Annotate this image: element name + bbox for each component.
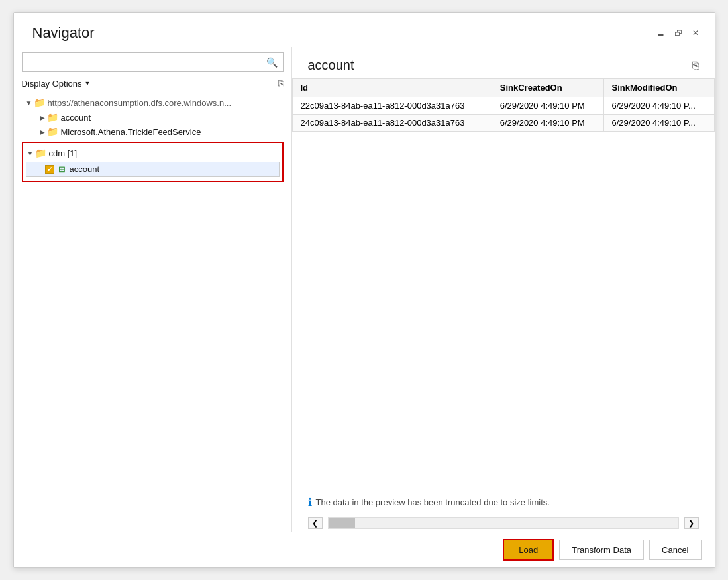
data-table-wrapper: Id SinkCreatedOn SinkModifiedOn 22c09a13… xyxy=(292,78,715,485)
cdm-folder-icon: 📁 xyxy=(35,148,46,158)
cell-created-2: 6/29/2020 4:49:10 PM xyxy=(492,115,603,132)
scroll-right-button[interactable]: ❯ xyxy=(684,517,699,529)
tricklefeed-node-label: Microsoft.Athena.TrickleFeedService xyxy=(61,127,201,137)
display-options-button[interactable]: Display Options ▼ xyxy=(22,79,91,89)
info-row: ℹ The data in the preview has been trunc… xyxy=(292,491,715,514)
display-options-row: Display Options ▼ ⎘ xyxy=(22,78,284,89)
horizontal-scrollbar: ❮ ❯ xyxy=(292,514,715,532)
cancel-button[interactable]: Cancel xyxy=(649,540,701,560)
cell-modified-1: 6/29/2020 4:49:10 P... xyxy=(603,97,714,115)
navigator-dialog: Navigator 🗕 🗗 ✕ 🔍 Display Options ▼ ⎘ xyxy=(13,12,715,568)
cdm-group: ▼ 📁 cdm [1] ⊞ account xyxy=(22,142,284,182)
account-selected-row[interactable]: ⊞ account xyxy=(26,162,280,177)
display-options-label: Display Options xyxy=(22,79,82,89)
account-node-label: account xyxy=(61,113,91,122)
cdm-toggle-icon: ▼ xyxy=(26,150,35,157)
toggle-expand-icon: ▶ xyxy=(38,114,47,121)
minimize-button[interactable]: 🗕 xyxy=(655,27,667,39)
checkbox-checked-icon[interactable] xyxy=(45,165,54,174)
tricklefeed-node[interactable]: ▶ 📁 Microsoft.Athena.TrickleFeedService xyxy=(22,124,284,139)
right-panel: account ⎘ Id SinkCreatedOn SinkModifiedO… xyxy=(292,47,715,532)
folder-icon2: 📁 xyxy=(47,126,58,137)
search-box: 🔍 xyxy=(22,52,284,72)
scrollbar-track[interactable] xyxy=(328,517,679,529)
cell-id-1: 22c09a13-84ab-ea11-a812-000d3a31a763 xyxy=(292,97,492,115)
scroll-left-button[interactable]: ❮ xyxy=(308,517,323,529)
toggle-expand-icon2: ▶ xyxy=(38,128,47,136)
search-icon[interactable]: 🔍 xyxy=(261,54,283,70)
cell-modified-2: 6/29/2020 4:49:10 P... xyxy=(603,115,714,132)
cdm-node-label: cdm [1] xyxy=(49,148,78,158)
col-sink-modified: SinkModifiedOn xyxy=(603,79,714,97)
transform-data-button[interactable]: Transform Data xyxy=(559,540,644,560)
folder-icon: 📁 xyxy=(47,112,58,122)
account-node[interactable]: ▶ 📁 account xyxy=(22,110,284,124)
table-row: 24c09a13-84ab-ea11-a812-000d3a31a763 6/2… xyxy=(292,115,714,132)
maximize-button[interactable]: 🗗 xyxy=(672,27,684,39)
left-panel: 🔍 Display Options ▼ ⎘ ▼ 📁 https://athena… xyxy=(14,47,292,532)
chevron-down-icon: ▼ xyxy=(85,80,91,87)
data-table: Id SinkCreatedOn SinkModifiedOn 22c09a13… xyxy=(292,78,715,132)
preview-header: account ⎘ xyxy=(292,47,715,78)
folder-icon: 📁 xyxy=(34,97,45,108)
col-id: Id xyxy=(292,79,492,97)
title-bar: Navigator 🗕 🗗 ✕ xyxy=(14,13,715,47)
preview-title: account xyxy=(308,58,354,73)
window-controls: 🗕 🗗 ✕ xyxy=(655,24,702,39)
cell-created-1: 6/29/2020 4:49:10 PM xyxy=(492,97,603,115)
root-node-label: https://athenaconsumption.dfs.core.windo… xyxy=(48,98,232,108)
table-icon: ⊞ xyxy=(58,164,66,174)
col-sink-created: SinkCreatedOn xyxy=(492,79,603,97)
cdm-node[interactable]: ▼ 📁 cdm [1] xyxy=(23,146,282,160)
load-button[interactable]: Load xyxy=(503,539,554,561)
cell-id-2: 24c09a13-84ab-ea11-a812-000d3a31a763 xyxy=(292,115,492,132)
main-content: 🔍 Display Options ▼ ⎘ ▼ 📁 https://athena… xyxy=(14,47,715,532)
tree-area: ▼ 📁 https://athenaconsumption.dfs.core.w… xyxy=(22,95,284,526)
root-node[interactable]: ▼ 📁 https://athenaconsumption.dfs.core.w… xyxy=(22,95,284,110)
dialog-title: Navigator xyxy=(32,24,95,42)
close-button[interactable]: ✕ xyxy=(690,27,702,39)
search-input[interactable] xyxy=(23,53,261,71)
cdm-account-label: account xyxy=(70,164,100,174)
info-message: The data in the preview has been truncat… xyxy=(316,497,550,507)
bottom-bar: Load Transform Data Cancel xyxy=(14,532,715,567)
toggle-collapse-icon: ▼ xyxy=(25,99,34,107)
scrollbar-thumb[interactable] xyxy=(329,518,355,528)
info-icon: ℹ xyxy=(308,496,312,508)
preview-refresh-icon[interactable]: ⎘ xyxy=(692,60,699,72)
table-header-row: Id SinkCreatedOn SinkModifiedOn xyxy=(292,79,714,97)
table-row: 22c09a13-84ab-ea11-a812-000d3a31a763 6/2… xyxy=(292,97,714,115)
refresh-icon[interactable]: ⎘ xyxy=(278,78,284,89)
